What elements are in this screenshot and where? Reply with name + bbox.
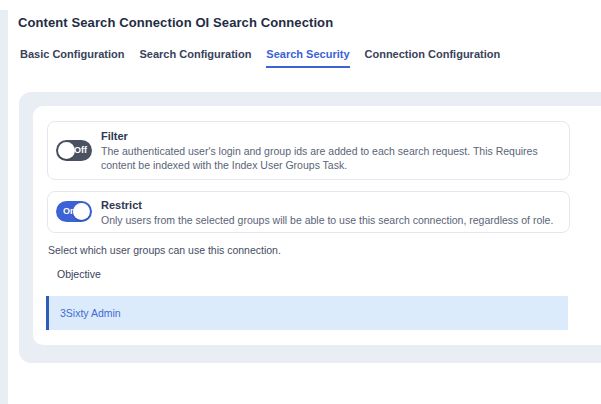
group-row-3sixty-admin[interactable]: 3Sixty Admin <box>46 296 568 330</box>
restrict-toggle-text: Restrict Only users from the selected gr… <box>101 199 563 227</box>
toggle-knob <box>58 142 75 159</box>
restrict-toggle[interactable]: On <box>56 201 92 222</box>
restrict-title: Restrict <box>101 199 563 211</box>
page-title: Content Search Connection OI Search Conn… <box>18 15 333 30</box>
tab-basic-configuration[interactable]: Basic Configuration <box>20 48 125 68</box>
filter-toggle[interactable]: Off <box>56 140 92 161</box>
tab-bar: Basic Configuration Search Configuration… <box>20 48 500 68</box>
tab-connection-configuration[interactable]: Connection Configuration <box>365 48 501 68</box>
filter-description: The authenticated user's login and group… <box>101 144 563 172</box>
filter-title: Filter <box>101 130 563 142</box>
restrict-toggle-card: On Restrict Only users from the selected… <box>47 191 570 233</box>
filter-toggle-card: Off Filter The authenticated user's logi… <box>47 121 570 180</box>
filter-toggle-text: Filter The authenticated user's login an… <box>101 130 563 172</box>
restrict-description: Only users from the selected groups will… <box>101 213 563 227</box>
tab-search-configuration[interactable]: Search Configuration <box>140 48 252 68</box>
toggle-knob <box>73 203 90 220</box>
group-select-instruction: Select which user groups can use this co… <box>48 244 281 256</box>
group-row-label: 3Sixty Admin <box>60 307 121 319</box>
column-header-objective: Objective <box>57 268 101 280</box>
toggle-state-label: Off <box>74 140 87 161</box>
page-background-strip <box>0 10 8 404</box>
toggle-state-label: On <box>63 201 76 222</box>
tab-search-security[interactable]: Search Security <box>266 48 349 68</box>
